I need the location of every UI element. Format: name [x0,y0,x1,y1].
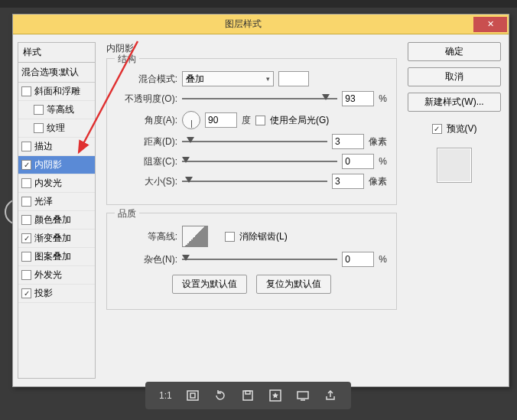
layer-style-dialog: 图层样式 ✕ 样式 混合选项:默认 斜面和浮雕 等高线 纹理 描边 [12,14,509,387]
style-item-satin[interactable]: 光泽 [18,193,95,211]
style-item-contour[interactable]: 等高线 [18,101,95,119]
structure-group: 结构 混合模式: 叠加 ▾ 不透明度(O): % [106,58,397,205]
contour-picker[interactable] [182,226,208,247]
size-unit: 像素 [369,175,387,188]
svg-rect-3 [243,391,252,400]
style-item-pattern-overlay[interactable]: 图案叠加 [18,248,95,266]
svg-rect-6 [298,392,308,399]
angle-input[interactable] [205,112,237,128]
style-label: 外发光 [34,269,62,282]
style-item-texture[interactable]: 纹理 [18,119,95,138]
choke-unit: % [379,156,387,167]
style-label: 图案叠加 [34,250,71,263]
noise-slider[interactable] [182,257,337,262]
reset-default-button[interactable]: 复位为默认值 [256,275,331,294]
noise-unit: % [379,254,387,265]
save-icon[interactable] [241,389,255,402]
distance-unit: 像素 [369,135,387,148]
style-item-gradient-overlay[interactable]: 渐变叠加 [18,230,95,248]
preview-label: 预览(V) [447,122,477,135]
share-icon[interactable] [324,389,337,402]
style-item-inner-shadow[interactable]: 内阴影 [18,156,95,174]
zoom-label[interactable]: 1:1 [159,390,172,401]
contour-label: 等高线: [116,230,177,243]
checkbox[interactable] [21,233,31,243]
angle-dial[interactable] [182,111,200,129]
quality-legend: 品质 [115,207,139,220]
checkbox[interactable] [21,252,31,262]
structure-legend: 结构 [115,53,139,66]
style-label: 内阴影 [34,158,62,171]
rotate-icon[interactable] [213,389,227,402]
noise-input[interactable] [342,252,374,267]
panel-title: 内阴影 [106,42,397,55]
checkbox[interactable] [34,105,44,115]
checkbox[interactable] [21,288,31,298]
blend-mode-value: 叠加 [186,73,204,86]
distance-label: 距离(D): [116,135,177,148]
style-label: 描边 [34,140,53,153]
checkbox[interactable] [34,123,44,133]
styles-header[interactable]: 样式 [18,43,95,63]
style-item-stroke[interactable]: 描边 [18,138,95,156]
checkbox[interactable] [21,215,31,225]
checkbox[interactable] [21,197,31,207]
style-item-color-overlay[interactable]: 颜色叠加 [18,211,95,230]
checkbox[interactable] [21,270,31,280]
global-light-checkbox[interactable] [255,116,265,125]
cancel-button[interactable]: 取消 [408,67,501,86]
settings-panel: 内阴影 结构 混合模式: 叠加 ▾ 不透明度(O): [96,42,403,379]
close-button[interactable]: ✕ [473,17,507,32]
style-item-outer-glow[interactable]: 外发光 [18,266,95,285]
preview-checkbox[interactable] [432,124,442,134]
shadow-color-swatch[interactable] [278,71,309,86]
ruler [0,0,517,8]
styles-sidebar: 样式 混合选项:默认 斜面和浮雕 等高线 纹理 描边 内阴影 [18,42,96,379]
size-label: 大小(S): [116,175,177,188]
style-item-bevel[interactable]: 斜面和浮雕 [18,83,95,101]
angle-unit: 度 [242,114,251,127]
quality-group: 品质 等高线: 消除锯齿(L) 杂色(N): % [106,213,397,310]
distance-input[interactable] [332,134,364,149]
choke-slider[interactable] [182,159,337,164]
size-input[interactable] [332,174,364,189]
antialias-label: 消除锯齿(L) [239,230,288,243]
choke-input[interactable] [342,154,374,169]
new-style-button[interactable]: 新建样式(W)... [408,93,501,112]
opacity-input[interactable] [342,91,374,106]
opacity-unit: % [379,93,387,104]
opacity-slider[interactable] [182,96,337,101]
checkbox[interactable] [21,160,31,170]
antialias-checkbox[interactable] [225,232,235,242]
star-icon[interactable] [268,389,282,402]
style-item-drop-shadow[interactable]: 投影 [18,285,95,303]
viewer-toolbar: 1:1 [145,382,351,409]
style-label: 投影 [34,287,53,300]
size-slider[interactable] [182,179,327,184]
checkbox[interactable] [21,178,31,188]
style-label: 渐变叠加 [34,232,71,245]
titlebar: 图层样式 ✕ [13,15,509,34]
style-label: 光泽 [34,195,53,208]
blend-mode-select[interactable]: 叠加 ▾ [182,71,274,86]
global-light-label: 使用全局光(G) [270,114,329,127]
opacity-label: 不透明度(O): [116,93,177,106]
distance-slider[interactable] [182,139,327,144]
checkbox[interactable] [21,142,31,151]
dialog-buttons: 确定 取消 新建样式(W)... 预览(V) [403,42,501,379]
fit-icon[interactable] [186,389,200,402]
blending-options-row[interactable]: 混合选项:默认 [18,63,95,83]
svg-rect-2 [190,393,195,398]
style-label: 等高线 [47,103,74,116]
style-label: 纹理 [47,122,65,135]
set-default-button[interactable]: 设置为默认值 [172,275,247,294]
chevron-down-icon: ▾ [266,75,270,83]
ok-button[interactable]: 确定 [408,42,501,61]
checkbox[interactable] [21,86,31,96]
svg-rect-4 [245,391,250,394]
style-item-inner-glow[interactable]: 内发光 [18,174,95,193]
screen-icon[interactable] [296,389,310,402]
choke-label: 阻塞(C): [116,155,177,168]
style-label: 颜色叠加 [34,213,71,226]
style-label: 斜面和浮雕 [34,85,80,98]
